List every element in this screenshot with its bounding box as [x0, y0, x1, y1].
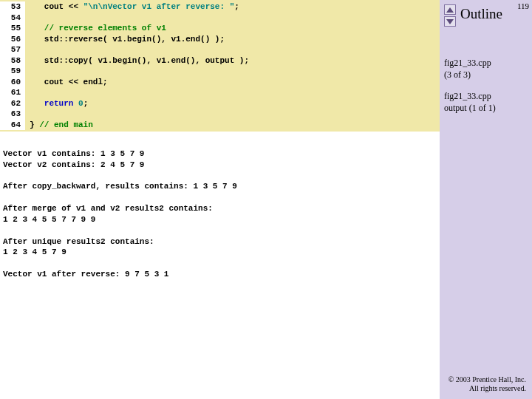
line-number: 58: [0, 55, 25, 66]
code-text: std::reverse( v1.begin(), v1.end() );: [25, 34, 225, 45]
line-number: 55: [0, 23, 25, 34]
copyright-line: © 2003 Prentice Hall, Inc.: [449, 375, 526, 383]
output-line: After merge of v1 and v2 results2 contai…: [3, 204, 213, 213]
line-number: 59: [0, 66, 25, 77]
output-line: Vector v2 contains: 2 4 5 7 9: [3, 160, 144, 169]
nav-up-button[interactable]: [444, 4, 456, 15]
code-text: return 0;: [25, 98, 88, 109]
sidebar-link-label: fig21_33.cpp: [444, 58, 491, 68]
sidebar-link[interactable]: fig21_33.cpp output (1 of 1): [444, 91, 528, 114]
line-number: 62: [0, 98, 25, 109]
sidebar-link-sub: (3 of 3): [444, 69, 471, 80]
program-output: Vector v1 contains: 1 3 5 7 9 Vector v2 …: [0, 133, 440, 296]
code-line: 63: [0, 109, 440, 120]
nav-buttons: [444, 4, 456, 27]
output-line: After unique results2 contains:: [3, 237, 154, 246]
line-number: 63: [0, 109, 25, 120]
code-block: 53 cout << "\n\nVector v1 after reverse:…: [0, 0, 440, 132]
code-line: 57: [0, 44, 440, 55]
sidebar-link[interactable]: fig21_33.cpp (3 of 3): [444, 58, 528, 81]
line-number: 61: [0, 87, 25, 98]
code-line: 59: [0, 66, 440, 77]
code-line: 60 cout << endl;: [0, 77, 440, 88]
code-line: 53 cout << "\n\nVector v1 after reverse:…: [0, 1, 440, 13]
code-text: std::copy( v1.begin(), v1.end(), output …: [25, 55, 249, 66]
line-number: 54: [0, 13, 25, 24]
output-line: 1 2 3 4 5 5 7 7 9 9: [3, 215, 95, 224]
code-line: 64} // end main: [0, 120, 440, 131]
triangle-down-icon: [446, 19, 454, 24]
code-line: 62 return 0;: [0, 98, 440, 109]
line-number: 53: [0, 1, 25, 13]
page-number: 119: [517, 1, 529, 10]
triangle-up-icon: [446, 7, 454, 13]
line-number: 64: [0, 120, 25, 131]
output-line: Vector v1 after reverse: 9 7 5 3 1: [3, 270, 168, 279]
code-text: // reverse elements of v1: [25, 23, 166, 34]
nav-down-button[interactable]: [444, 16, 456, 27]
outline-title: Outline: [444, 6, 528, 22]
code-text: cout << endl;: [25, 77, 108, 88]
sidebar-link-sub: output (1 of 1): [444, 103, 496, 113]
code-line: 54: [0, 13, 440, 24]
code-line: 56 std::reverse( v1.begin(), v1.end() );: [0, 34, 440, 45]
line-number: 57: [0, 44, 25, 55]
line-number: 60: [0, 77, 25, 88]
code-line: 55 // reverse elements of v1: [0, 23, 440, 34]
output-line: After copy_backward, results contains: 1…: [3, 182, 237, 191]
code-line: 61: [0, 87, 440, 98]
sidebar-links: fig21_33.cpp (3 of 3) fig21_33.cpp outpu…: [444, 58, 528, 114]
slide: 53 cout << "\n\nVector v1 after reverse:…: [0, 0, 532, 399]
copyright-line: All rights reserved.: [469, 384, 526, 392]
output-line: Vector v1 contains: 1 3 5 7 9: [3, 149, 144, 158]
code-line: 58 std::copy( v1.begin(), v1.end(), outp…: [0, 55, 440, 66]
sidebar: 119 Outline fig21_33.cpp (3 of 3) fig21_…: [440, 0, 532, 399]
copyright: © 2003 Prentice Hall, Inc. All rights re…: [449, 375, 526, 393]
output-line: 1 2 3 4 5 7 9: [3, 248, 66, 256]
line-number: 56: [0, 34, 25, 45]
code-text: cout << "\n\nVector v1 after reverse: ";: [25, 1, 239, 13]
sidebar-link-label: fig21_33.cpp: [444, 91, 491, 101]
code-text: } // end main: [25, 120, 93, 131]
